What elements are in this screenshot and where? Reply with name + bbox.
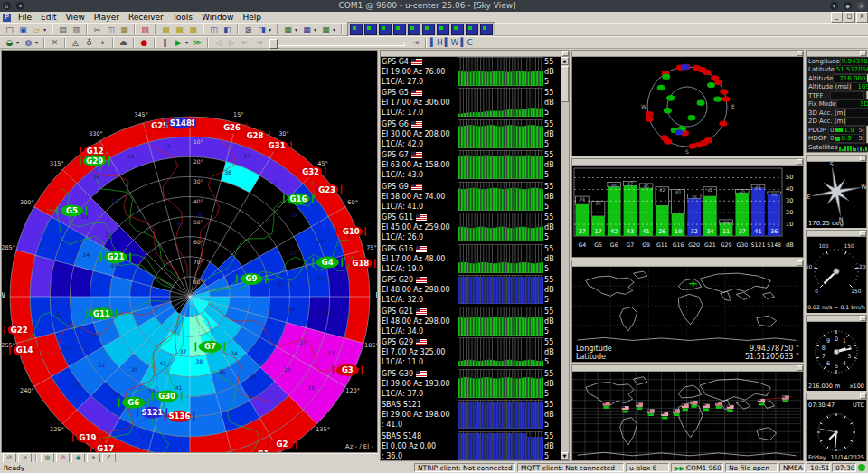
menu-receiver[interactable]: Receiver bbox=[124, 12, 168, 23]
vscrollbar[interactable]: ▲ ▼ bbox=[561, 57, 569, 460]
dropdown-caret[interactable]: ▾ bbox=[269, 24, 274, 35]
menu-player[interactable]: Player bbox=[90, 12, 124, 23]
view-button-1[interactable] bbox=[350, 24, 363, 35]
scroll-button[interactable] bbox=[797, 51, 803, 56]
scroll-button[interactable] bbox=[860, 316, 866, 321]
hscrollbar[interactable] bbox=[807, 316, 866, 322]
mdi-close-button[interactable]: × bbox=[856, 12, 868, 23]
new-button[interactable]: □ bbox=[4, 24, 15, 35]
play-button[interactable]: ▶ bbox=[173, 37, 184, 48]
save-button[interactable]: ▣ bbox=[17, 24, 29, 35]
view-button-4[interactable] bbox=[393, 24, 406, 35]
view-button-9[interactable] bbox=[466, 24, 478, 35]
step-back-button[interactable]: ◁ bbox=[212, 37, 224, 48]
hotkeys-button[interactable]: ✕ bbox=[49, 37, 61, 48]
dropdown-caret[interactable]: ▾ bbox=[185, 37, 191, 48]
pause-button[interactable]: ‖ bbox=[159, 37, 171, 48]
colors-button[interactable]: ▨ bbox=[139, 24, 151, 35]
antenna-button[interactable]: ♁ bbox=[83, 37, 95, 48]
close-button[interactable]: × bbox=[857, 2, 865, 10]
dropdown-caret[interactable]: ▾ bbox=[35, 37, 41, 48]
svg-text:45: 45 bbox=[643, 184, 648, 189]
playback-slider[interactable] bbox=[269, 39, 405, 47]
menu-edit[interactable]: Edit bbox=[36, 12, 61, 23]
slider-thumb[interactable] bbox=[269, 39, 278, 49]
eject-button[interactable]: ⏏ bbox=[118, 37, 129, 48]
menu-tools[interactable]: Tools bbox=[168, 12, 197, 23]
to-end-button[interactable]: ⇥ bbox=[410, 37, 421, 48]
scroll-thumb[interactable] bbox=[561, 66, 569, 102]
dock-h-button[interactable]: ▍H bbox=[430, 37, 443, 48]
scroll-button[interactable] bbox=[797, 365, 803, 371]
hscrollbar[interactable] bbox=[572, 260, 803, 267]
hscrollbar[interactable] bbox=[572, 159, 803, 166]
altitude-readout: 216.000 m bbox=[808, 383, 840, 390]
scroll-button[interactable] bbox=[860, 156, 866, 161]
mdi-restore-button[interactable]: ◻ bbox=[844, 12, 855, 23]
view-button-10[interactable] bbox=[480, 24, 493, 35]
scroll-button[interactable] bbox=[797, 159, 803, 165]
step-forward-button[interactable]: ▷ bbox=[226, 37, 238, 48]
view-button-3[interactable] bbox=[379, 24, 392, 35]
maximize-button[interactable]: ◆ bbox=[844, 2, 852, 10]
map-view-button[interactable]: ▦ bbox=[282, 24, 294, 35]
window-columns-button[interactable]: ◨ bbox=[256, 24, 268, 35]
scroll-button[interactable] bbox=[562, 51, 569, 56]
scroll-down-arrow[interactable]: ▼ bbox=[561, 452, 569, 460]
hscrollbar[interactable] bbox=[572, 51, 803, 57]
baudrate-button[interactable]: ◍ bbox=[23, 37, 34, 48]
menu-file[interactable]: File bbox=[14, 12, 36, 23]
view-button-7[interactable] bbox=[437, 24, 449, 35]
dropdown-caret[interactable]: ▾ bbox=[314, 24, 319, 35]
hscrollbar[interactable] bbox=[807, 231, 866, 237]
window-cascade-button[interactable]: ◧ bbox=[222, 24, 233, 35]
table-view-button[interactable]: ▦ bbox=[320, 24, 332, 35]
fast-forward-button[interactable]: ≫ bbox=[192, 37, 203, 48]
satellite-db-button[interactable]: ◬ bbox=[70, 37, 81, 48]
menu-view[interactable]: View bbox=[61, 12, 90, 23]
record-button[interactable]: ● bbox=[138, 37, 150, 48]
mdi-minimize-button[interactable]: _ bbox=[831, 12, 843, 23]
view-button-6[interactable] bbox=[422, 24, 435, 35]
paste-button[interactable]: ▦ bbox=[118, 24, 130, 35]
view-button-2[interactable] bbox=[364, 24, 377, 35]
view-button-5[interactable] bbox=[408, 24, 420, 35]
package-3-button[interactable]: ▩ bbox=[187, 24, 199, 35]
hscrollbar[interactable] bbox=[381, 51, 569, 57]
svg-text:G16: G16 bbox=[290, 194, 307, 203]
print-preview-button[interactable]: ▥ bbox=[71, 24, 82, 35]
scroll-button[interactable] bbox=[860, 51, 866, 56]
package-2-button[interactable]: ▩ bbox=[174, 24, 185, 35]
copy-button[interactable]: ◫ bbox=[105, 24, 117, 35]
dock-c-button[interactable]: ▍C bbox=[461, 37, 473, 48]
data-value: 9.94378750 ° bbox=[840, 57, 868, 66]
hscrollbar[interactable] bbox=[572, 365, 803, 372]
view-button-8[interactable] bbox=[451, 24, 464, 35]
connection-button[interactable]: ◒ bbox=[4, 37, 15, 48]
dropdown-caret[interactable]: ▾ bbox=[333, 24, 338, 35]
open-button[interactable]: ▱ bbox=[31, 24, 42, 35]
package-1-button[interactable]: ▩ bbox=[160, 24, 172, 35]
dropdown-caret[interactable]: ▾ bbox=[43, 24, 49, 35]
cut-button[interactable]: ✂ bbox=[91, 24, 103, 35]
shade-button[interactable]: ▾ bbox=[830, 2, 838, 10]
scroll-button[interactable] bbox=[860, 231, 866, 236]
almanac-button[interactable]: ⌖ bbox=[97, 37, 108, 48]
window-tile-button[interactable]: ◫ bbox=[208, 24, 220, 35]
chart-view-button[interactable]: ▦ bbox=[301, 24, 313, 35]
hscrollbar[interactable] bbox=[807, 393, 866, 400]
dock-w-button[interactable]: ▍W bbox=[445, 37, 459, 48]
scroll-button[interactable] bbox=[860, 393, 866, 399]
jump-start-button[interactable]: ⇤ bbox=[240, 37, 251, 48]
scroll-up-arrow[interactable]: ▲ bbox=[561, 57, 569, 65]
print-button[interactable]: ▤ bbox=[57, 24, 69, 35]
window-close-button[interactable]: ⊠ bbox=[242, 24, 254, 35]
dropdown-caret[interactable]: ▾ bbox=[295, 24, 300, 35]
pin-icon[interactable]: ✦ bbox=[16, 2, 24, 10]
jump-end-button[interactable]: ⇥ bbox=[253, 37, 265, 48]
menu-help[interactable]: Help bbox=[238, 12, 266, 23]
hscrollbar[interactable] bbox=[807, 156, 866, 162]
dropdown-caret[interactable]: ▾ bbox=[16, 37, 22, 48]
menu-window[interactable]: Window bbox=[197, 12, 239, 23]
scroll-button[interactable] bbox=[797, 260, 803, 266]
